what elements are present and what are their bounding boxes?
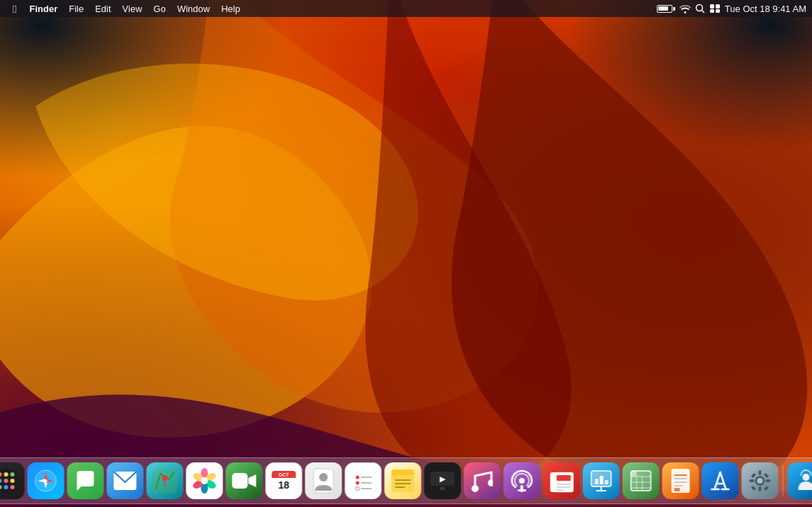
search-icon[interactable] (695, 4, 705, 13)
dock-item-syspreferences[interactable] (742, 462, 779, 499)
control-center-icon[interactable] (709, 4, 721, 13)
svg-point-47 (201, 477, 208, 484)
svg-text:▶: ▶ (440, 474, 446, 483)
svg-rect-11 (710, 9, 714, 13)
edit-menu[interactable]: Edit (89, 0, 116, 17)
dock-item-reminders[interactable] (345, 462, 382, 499)
svg-rect-112 (750, 479, 755, 482)
svg-rect-111 (759, 486, 762, 491)
svg-point-118 (803, 474, 810, 481)
svg-line-8 (701, 11, 704, 13)
svg-rect-104 (675, 488, 680, 491)
dock: OCT 18 (0, 457, 812, 504)
dock-item-safari[interactable] (28, 462, 64, 499)
svg-point-29 (4, 485, 9, 489)
svg-point-23 (4, 472, 9, 477)
apple-menu[interactable]:  (6, 0, 23, 17)
dock-item-launchpad[interactable] (0, 462, 25, 499)
dock-item-calendar[interactable]: OCT 18 (266, 462, 303, 499)
dock-item-podcasts[interactable] (504, 462, 541, 499)
dock-item-news[interactable] (543, 462, 580, 499)
svg-rect-114 (751, 473, 757, 479)
svg-rect-90 (605, 480, 609, 484)
help-menu[interactable]: Help (215, 0, 246, 17)
svg-rect-12 (716, 9, 720, 13)
svg-marker-49 (249, 474, 256, 487)
svg-rect-117 (764, 486, 769, 491)
dock-item-mail[interactable] (107, 462, 144, 499)
dock-item-messages[interactable] (67, 462, 104, 499)
svg-rect-10 (716, 4, 720, 8)
svg-rect-88 (595, 479, 599, 484)
go-menu[interactable]: Go (148, 0, 171, 17)
svg-rect-66 (392, 472, 415, 475)
svg-rect-89 (600, 476, 604, 484)
svg-point-40 (162, 475, 168, 481)
svg-rect-110 (759, 470, 762, 475)
dock-item-notes[interactable] (385, 462, 422, 499)
svg-point-26 (4, 479, 9, 483)
dock-item-facetime[interactable] (226, 462, 263, 499)
dock-separator (783, 465, 784, 496)
svg-text:OCT: OCT (278, 472, 290, 477)
svg-point-109 (757, 478, 763, 484)
svg-point-56 (320, 473, 328, 482)
svg-point-27 (11, 479, 15, 483)
finder-menu[interactable]: Finder (23, 0, 63, 17)
dock-item-numbers[interactable] (623, 462, 660, 499)
svg-point-7 (696, 5, 702, 11)
dock-item-maps[interactable] (147, 462, 184, 499)
window-menu[interactable]: Window (171, 0, 215, 17)
svg-point-74 (488, 479, 493, 486)
datetime[interactable]: Tue Oct 18 9:41 AM (725, 4, 806, 14)
menubar-left:  Finder File Edit View Go Window Help (6, 0, 246, 17)
dock-item-airdrop[interactable] (788, 462, 813, 499)
dock-item-pages[interactable] (662, 462, 699, 499)
menubar:  Finder File Edit View Go Window Help (0, 0, 812, 17)
svg-rect-99 (672, 469, 690, 493)
svg-rect-77 (518, 489, 526, 491)
wifi-icon[interactable] (680, 4, 691, 13)
dock-item-photos[interactable] (186, 462, 223, 499)
dock-item-appletv[interactable]: ▶ (424, 462, 461, 499)
svg-text:18: 18 (278, 479, 290, 491)
dock-item-music[interactable] (464, 462, 501, 499)
svg-rect-98 (631, 471, 637, 477)
svg-rect-116 (751, 486, 757, 491)
dock-item-contacts[interactable] (305, 462, 342, 499)
battery-icon[interactable] (657, 5, 675, 13)
view-menu[interactable]: View (117, 0, 148, 17)
svg-point-60 (356, 482, 359, 485)
svg-point-30 (11, 485, 15, 489)
svg-rect-9 (710, 4, 714, 8)
svg-rect-80 (557, 475, 571, 481)
svg-rect-113 (766, 479, 771, 482)
svg-rect-72 (440, 487, 446, 490)
svg-point-75 (519, 478, 525, 484)
svg-point-58 (356, 476, 359, 479)
svg-rect-115 (764, 473, 769, 479)
svg-point-73 (472, 485, 479, 492)
menubar-right: Tue Oct 18 9:41 AM (657, 4, 806, 14)
dock-item-keynote[interactable] (583, 462, 620, 499)
svg-rect-48 (232, 473, 248, 489)
svg-point-24 (11, 472, 15, 477)
svg-point-21 (0, 468, 19, 494)
dock-item-appstore[interactable] (702, 462, 739, 499)
desktop:  Finder File Edit View Go Window Help (0, 0, 812, 507)
svg-point-37 (45, 479, 47, 482)
file-menu[interactable]: File (63, 0, 89, 17)
